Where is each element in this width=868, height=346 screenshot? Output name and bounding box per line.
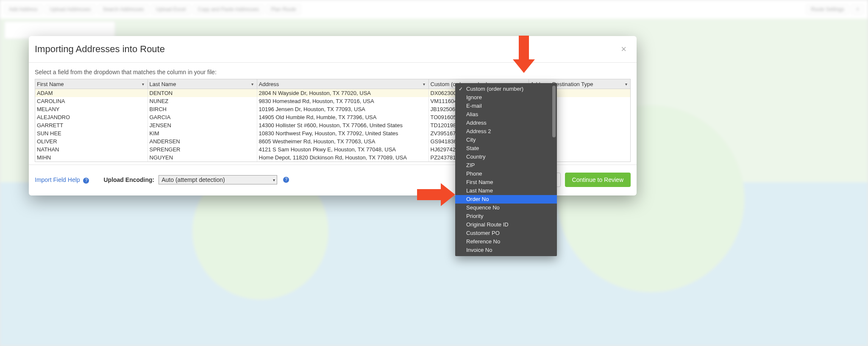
chevron-down-icon: ▾	[250, 81, 255, 86]
chevron-down-icon: ▾	[422, 81, 427, 86]
dropdown-option[interactable]: Address	[455, 119, 557, 127]
field-instruction: Select a field from the dropdown that ma…	[35, 69, 631, 75]
dropdown-option[interactable]: Ignore	[455, 93, 557, 102]
dropdown-option[interactable]: First Name	[455, 178, 557, 187]
table-cell: BIRCH	[147, 105, 257, 113]
table-cell: SPRENGER	[147, 145, 257, 153]
table-cell: Home Depot, 11820 Dickinson Rd, Houston,…	[257, 153, 428, 162]
dropdown-option[interactable]: E-mail	[455, 102, 557, 110]
column-mapping-dropdown[interactable]: ✓Custom (order number)IgnoreE-mailAliasA…	[455, 83, 557, 256]
table-cell: 8605 Westheimer Rd, Houston, TX 77063, U…	[257, 137, 428, 145]
upload-encoding-select[interactable]: Auto (attempt detection) ▾	[159, 175, 277, 184]
import-addresses-modal: Importing Addresses into Route × Select …	[29, 36, 637, 195]
upload-encoding-value: Auto (attempt detection)	[161, 176, 225, 183]
dropdown-option[interactable]: ZIP	[455, 161, 557, 170]
dropdown-option[interactable]: City	[455, 136, 557, 144]
column-mapping-label: First Name	[37, 81, 141, 87]
dropdown-option[interactable]: Alias	[455, 110, 557, 119]
help-icon[interactable]: ?	[283, 177, 289, 183]
dropdown-option[interactable]: Address 2	[455, 127, 557, 136]
table-cell: ALEJANDRO	[35, 113, 147, 121]
upload-encoding-label: Upload Encoding:	[103, 176, 154, 183]
dropdown-option[interactable]: Country	[455, 153, 557, 161]
dropdown-option[interactable]: State	[455, 144, 557, 153]
table-cell: DENTON	[147, 89, 257, 98]
column-mapping-label: Address	[259, 81, 422, 87]
table-cell: 14905 Old Humble Rd, Humble, TX 77396, U…	[257, 113, 428, 121]
column-mapping-select-address[interactable]: Address ▾	[257, 79, 428, 89]
table-cell: NGUYEN	[147, 153, 257, 162]
help-icon: ?	[83, 178, 89, 184]
import-field-help-label: Import Field Help	[35, 176, 80, 183]
continue-to-review-button[interactable]: Continue to Review	[565, 173, 631, 187]
column-mapping-select-first-name[interactable]: First Name ▾	[35, 79, 147, 89]
import-field-help-link[interactable]: Import Field Help ?	[35, 176, 89, 184]
table-cell: SUN HEE	[35, 129, 147, 137]
table-cell: KIM	[147, 129, 257, 137]
dropdown-option[interactable]: Phone	[455, 170, 557, 178]
table-cell: OLIVER	[35, 137, 147, 145]
table-cell: GARCIA	[147, 113, 257, 121]
table-cell: 9830 Homestead Rd, Houston, TX 77016, US…	[257, 97, 428, 105]
chevron-down-icon: ▾	[273, 178, 275, 182]
chevron-down-icon: ▾	[623, 81, 629, 86]
column-mapping-label: Last Name	[150, 81, 250, 87]
table-cell: ADAM	[35, 89, 147, 98]
modal-header: Importing Addresses into Route ×	[29, 36, 637, 63]
dropdown-option[interactable]: Last Name	[455, 187, 557, 195]
table-cell: CAROLINA	[35, 97, 147, 105]
dropdown-option[interactable]: Sequence No	[455, 204, 557, 212]
check-icon: ✓	[459, 85, 463, 93]
close-icon[interactable]: ×	[621, 45, 626, 54]
dropdown-option[interactable]: Reference No	[455, 237, 557, 246]
dropdown-option[interactable]: Priority	[455, 212, 557, 220]
table-cell: 10830 Northwest Fwy, Houston, TX 77092, …	[257, 129, 428, 137]
table-cell: ANDERSEN	[147, 137, 257, 145]
dropdown-option[interactable]: Order No	[455, 195, 557, 204]
table-cell: GARRETT	[35, 121, 147, 129]
dropdown-option[interactable]: ✓Custom (order number)	[455, 85, 557, 93]
table-cell: JENSEN	[147, 121, 257, 129]
annotation-arrow-down	[514, 36, 534, 74]
chevron-down-icon: ▾	[141, 81, 146, 86]
dropdown-option[interactable]: Customer PO	[455, 229, 557, 237]
table-cell: 10196 Jensen Dr, Houston, TX 77093, USA	[257, 105, 428, 113]
table-cell: MELANY	[35, 105, 147, 113]
table-cell: 2804 N Wayside Dr, Houston, TX 77020, US…	[257, 89, 428, 98]
table-cell: 4121 S Sam Houston Pkwy E, Houston, TX 7…	[257, 145, 428, 153]
dropdown-option[interactable]: Invoice No	[455, 246, 557, 254]
table-cell: NATHAN	[35, 145, 147, 153]
dropdown-option[interactable]: Original Route ID	[455, 220, 557, 229]
table-cell: NUNEZ	[147, 97, 257, 105]
annotation-arrow-right	[417, 183, 458, 206]
column-mapping-select-last-name[interactable]: Last Name ▾	[148, 79, 257, 89]
table-cell: 14300 Hollister St #600, Houston, TX 770…	[257, 121, 428, 129]
table-cell: MIHN	[35, 153, 147, 162]
